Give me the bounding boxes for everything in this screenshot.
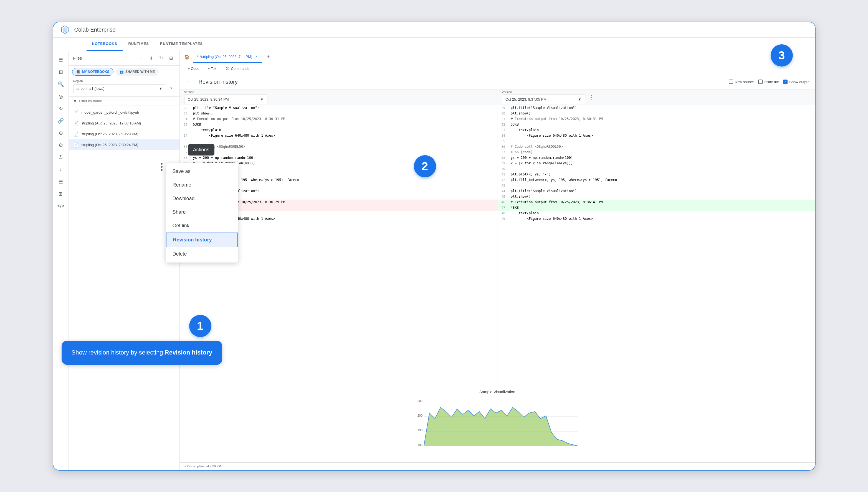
version-select-bar-right: Version Oct 25, 2023, 8:37:05 PM ▼ ⋮ [497, 90, 815, 105]
filter-icon: ▼ [73, 99, 77, 103]
list-item[interactable]: 📄 model_garden_pytorch_owlvit.ipynb ⋮ [69, 107, 180, 118]
upload-file-btn[interactable]: ⬆ [147, 54, 155, 62]
line-content: plt.show() [509, 194, 815, 199]
shared-with-me-tab[interactable]: 👥 SHARED WITH ME [116, 68, 159, 76]
sidebar-icon-refresh[interactable]: ↻ [55, 103, 66, 114]
show-output-option[interactable]: ✓ Show output [783, 79, 809, 84]
menu-item-rename[interactable]: Rename [166, 178, 238, 192]
sidebar-icon-code[interactable]: </> [55, 201, 66, 212]
filter-input[interactable] [79, 99, 175, 103]
list-item[interactable]: 📄 stripling (Oct 25, 2023, 7:30:24 PM) ⋮ [69, 140, 180, 150]
tab-close-btn[interactable]: ✕ [254, 54, 258, 59]
back-button[interactable]: ← [185, 77, 194, 86]
line-content: plt.title("Sample Visualization") [509, 105, 815, 110]
menu-item-save-as[interactable]: Save as [166, 165, 238, 178]
raw-source-option[interactable]: Raw source [729, 79, 754, 84]
context-menu-overlay: Actions Save as Rename Download Share Ge… [159, 161, 238, 263]
chart-area: Sample Visualization 202 200 198 196 [180, 385, 815, 462]
revision-title: Revision history [198, 79, 724, 85]
show-output-checkbox[interactable]: ✓ [783, 79, 788, 84]
line-content: plt.title("Sample Visualization") [191, 105, 497, 110]
sidebar-icon-settings[interactable]: ⚙ [55, 140, 66, 151]
sidebar-icon-filter[interactable]: ◎ [55, 91, 66, 102]
region-help-btn[interactable]: ? [167, 85, 175, 93]
file-name: stripling (Oct 25, 2023, 7:19:29 PM) [81, 132, 168, 136]
refresh-files-btn[interactable]: ↻ [157, 54, 165, 62]
line-number: 33 [497, 127, 509, 133]
revision-header: ← Revision history Raw source Inline dif… [180, 74, 815, 90]
line-number: 35 [497, 139, 509, 144]
version-select-right[interactable]: Oct 25, 2023, 8:37:05 PM ▼ [502, 94, 585, 104]
list-item[interactable]: 📄 stripling (Aug 25, 2023, 12:03:10 AM) … [69, 118, 180, 129]
line-content: <Figure size 640x480 with 1 Axes> [191, 133, 497, 138]
menu-item-revision-history[interactable]: Revision history [166, 232, 238, 247]
menu-item-download[interactable]: Download [166, 192, 238, 205]
notebook-icon: 📄 [73, 121, 79, 126]
file-panel-title: Files [73, 56, 82, 60]
line-number: 30 [180, 111, 191, 116]
notebook-icon: 📄 [73, 110, 79, 115]
badge-circle-2: 2 [414, 155, 436, 177]
menu-item-get-link[interactable]: Get link [166, 219, 238, 232]
version-more-left[interactable]: ⋮ [269, 93, 279, 102]
show-output-label: Show output [789, 80, 809, 84]
menu-item-share[interactable]: Share [166, 205, 238, 219]
commands-btn[interactable]: ⌘ Commands [222, 64, 253, 73]
sidebar-icon-trash[interactable]: 🗑 [55, 189, 66, 200]
my-notebooks-tab[interactable]: 📓 MY NOTEBOOKS [72, 68, 114, 76]
sidebar-icon-grid[interactable]: ⊞ [55, 67, 66, 78]
line-content: text/plain [509, 211, 815, 216]
menu-item-delete[interactable]: Delete [166, 247, 238, 261]
inline-diff-checkbox[interactable] [758, 79, 763, 84]
svg-text:202: 202 [417, 399, 422, 402]
line-content: text/plain [509, 127, 815, 133]
diff-area: Version Oct 25, 2023, 8:36:34 PM ▼ ⋮ 29p… [180, 90, 815, 385]
version-value-right: Oct 25, 2023, 8:37:05 PM [506, 97, 546, 101]
sidebar-icon-down[interactable]: ↓ [55, 164, 66, 175]
line-number: 29 [180, 105, 191, 110]
line-content: # Code cell <OSqheRSODL50> [191, 144, 497, 149]
add-code-btn[interactable]: + Code [184, 64, 203, 73]
version-more-right[interactable]: ⋮ [587, 93, 596, 102]
sidebar-icon-link[interactable]: 🔗 [55, 115, 66, 126]
add-file-btn[interactable]: + [137, 54, 145, 62]
chart-visualization: 202 200 198 196 [414, 396, 581, 457]
line-content: # Execution output from 10/25/2023, 8:30… [191, 117, 497, 122]
region-dropdown[interactable]: us-central1 (Iowa) ▼ [73, 84, 165, 93]
content-tab-active[interactable]: * *stripling (Oct 25, 2023, 7:... PM) ✕ [193, 51, 262, 63]
instruction-bubble: Show revision history by selecting Revis… [62, 341, 222, 365]
notebook-tabs: 📓 MY NOTEBOOKS 👥 SHARED WITH ME [69, 66, 180, 76]
line-number: 44 [497, 189, 509, 194]
badge-number-1: 1 [197, 319, 203, 333]
list-item[interactable]: 📄 stripling (Oct 25, 2023, 7:19:29 PM) ⋮ [69, 129, 180, 140]
tab-notebooks[interactable]: NOTEBOOKS [87, 38, 123, 51]
home-btn[interactable]: 🏠 [183, 53, 191, 61]
context-menu: Save as Rename Download Share Get link R… [166, 163, 238, 263]
add-tab-btn[interactable]: + [264, 53, 272, 61]
line-content: # %% [code] [509, 150, 815, 155]
tab-runtimes[interactable]: RUNTIMES [123, 38, 154, 51]
instruction-text-before: Show revision history by selecting [72, 349, 165, 356]
inline-diff-option[interactable]: Inline diff [758, 79, 779, 84]
region-value: us-central1 (Iowa) [76, 87, 104, 91]
svg-text:198: 198 [417, 428, 422, 432]
sidebar-icon-search[interactable]: 🔍 [55, 79, 66, 90]
three-dots-btn[interactable] [159, 161, 165, 173]
line-number: 35 [180, 139, 191, 144]
collapse-panel-btn[interactable]: ⊟ [167, 54, 175, 62]
version-label-left: Version [184, 90, 267, 94]
line-number: 30 [497, 111, 509, 116]
sidebar-icon-history[interactable]: ⏱ [55, 152, 66, 163]
line-number: 43 [497, 183, 509, 188]
sidebar-icon-list[interactable]: ☰ [55, 176, 66, 188]
sidebar-icon-menu[interactable]: ☰ [55, 54, 66, 66]
line-number: 38 [497, 155, 509, 161]
tab-runtime-templates[interactable]: RUNTIME TEMPLATES [155, 38, 208, 51]
sidebar-icon-add[interactable]: ⊕ [55, 127, 66, 139]
raw-source-checkbox[interactable] [729, 79, 733, 84]
status-bar: ✓ 0s completed at 7:39 PM [180, 462, 815, 470]
app-outer: Colab Enterprise NOTEBOOKS RUNTIMES RUNT… [32, 10, 836, 482]
region-section: Region us-central1 (Iowa) ▼ ? [69, 76, 180, 97]
version-select-left[interactable]: Oct 25, 2023, 8:36:34 PM ▼ [184, 94, 267, 104]
add-text-btn[interactable]: + Text [204, 64, 221, 73]
